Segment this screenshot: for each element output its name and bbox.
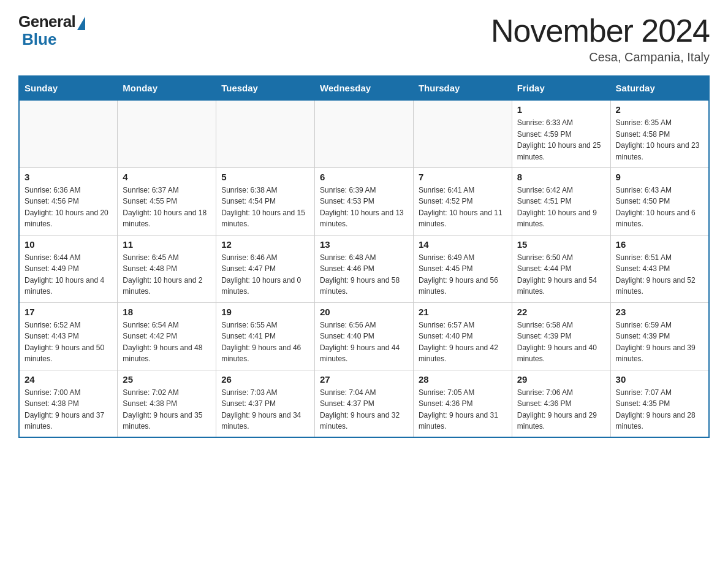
logo-blue-text: Blue <box>22 30 56 49</box>
calendar-cell: 29Sunrise: 7:06 AMSunset: 4:36 PMDayligh… <box>512 370 610 437</box>
calendar-cell: 6Sunrise: 6:39 AMSunset: 4:53 PMDaylight… <box>315 167 414 235</box>
calendar-cell: 16Sunrise: 6:51 AMSunset: 4:43 PMDayligh… <box>610 235 709 302</box>
day-number: 17 <box>25 307 112 317</box>
day-info: Sunrise: 7:07 AMSunset: 4:35 PMDaylight:… <box>616 387 703 432</box>
calendar-cell: 7Sunrise: 6:41 AMSunset: 4:52 PMDaylight… <box>413 167 512 235</box>
calendar-cell: 3Sunrise: 6:36 AMSunset: 4:56 PMDaylight… <box>19 167 118 235</box>
calendar-week-row: 17Sunrise: 6:52 AMSunset: 4:43 PMDayligh… <box>19 302 709 370</box>
day-header-wednesday: Wednesday <box>315 76 414 100</box>
day-info: Sunrise: 6:50 AMSunset: 4:44 PMDaylight:… <box>517 252 605 297</box>
day-number: 3 <box>25 172 112 182</box>
day-info: Sunrise: 6:33 AMSunset: 4:59 PMDaylight:… <box>517 117 605 163</box>
day-number: 4 <box>123 172 211 182</box>
day-header-saturday: Saturday <box>610 76 709 100</box>
day-info: Sunrise: 7:06 AMSunset: 4:36 PMDaylight:… <box>517 387 605 432</box>
day-number: 25 <box>123 374 211 385</box>
calendar-cell: 15Sunrise: 6:50 AMSunset: 4:44 PMDayligh… <box>512 235 610 302</box>
title-area: November 2024 Cesa, Campania, Italy <box>491 12 710 64</box>
day-info: Sunrise: 6:46 AMSunset: 4:47 PMDaylight:… <box>221 252 309 297</box>
day-number: 10 <box>25 239 112 250</box>
day-info: Sunrise: 6:52 AMSunset: 4:43 PMDaylight:… <box>25 320 112 365</box>
calendar-cell: 22Sunrise: 6:58 AMSunset: 4:39 PMDayligh… <box>512 302 610 370</box>
calendar-cell: 28Sunrise: 7:05 AMSunset: 4:36 PMDayligh… <box>413 370 512 437</box>
calendar-cell: 1Sunrise: 6:33 AMSunset: 4:59 PMDaylight… <box>512 100 610 167</box>
day-header-friday: Friday <box>512 76 610 100</box>
calendar-header-row: SundayMondayTuesdayWednesdayThursdayFrid… <box>19 76 709 100</box>
calendar-cell <box>413 100 512 167</box>
logo-general-text: General <box>18 12 75 31</box>
calendar-cell: 14Sunrise: 6:49 AMSunset: 4:45 PMDayligh… <box>413 235 512 302</box>
logo: General Blue <box>18 12 85 49</box>
calendar-cell: 5Sunrise: 6:38 AMSunset: 4:54 PMDaylight… <box>216 167 315 235</box>
day-number: 11 <box>123 239 211 250</box>
day-header-tuesday: Tuesday <box>216 76 315 100</box>
day-info: Sunrise: 7:00 AMSunset: 4:38 PMDaylight:… <box>25 387 112 432</box>
day-number: 28 <box>419 374 507 385</box>
calendar-week-row: 24Sunrise: 7:00 AMSunset: 4:38 PMDayligh… <box>19 370 709 437</box>
day-info: Sunrise: 6:49 AMSunset: 4:45 PMDaylight:… <box>419 252 507 297</box>
day-number: 23 <box>616 307 703 317</box>
day-info: Sunrise: 6:39 AMSunset: 4:53 PMDaylight:… <box>320 185 408 230</box>
calendar-cell: 23Sunrise: 6:59 AMSunset: 4:39 PMDayligh… <box>610 302 709 370</box>
day-info: Sunrise: 6:43 AMSunset: 4:50 PMDaylight:… <box>616 185 703 230</box>
calendar-week-row: 1Sunrise: 6:33 AMSunset: 4:59 PMDaylight… <box>19 100 709 167</box>
calendar-cell: 27Sunrise: 7:04 AMSunset: 4:37 PMDayligh… <box>315 370 414 437</box>
calendar-cell: 13Sunrise: 6:48 AMSunset: 4:46 PMDayligh… <box>315 235 414 302</box>
month-title: November 2024 <box>491 12 710 49</box>
day-number: 1 <box>517 104 605 115</box>
day-header-monday: Monday <box>118 76 216 100</box>
day-info: Sunrise: 6:45 AMSunset: 4:48 PMDaylight:… <box>123 252 211 297</box>
calendar-cell: 4Sunrise: 6:37 AMSunset: 4:55 PMDaylight… <box>118 167 216 235</box>
calendar-cell: 21Sunrise: 6:57 AMSunset: 4:40 PMDayligh… <box>413 302 512 370</box>
day-info: Sunrise: 7:02 AMSunset: 4:38 PMDaylight:… <box>123 387 211 432</box>
calendar-cell <box>315 100 414 167</box>
calendar-cell: 26Sunrise: 7:03 AMSunset: 4:37 PMDayligh… <box>216 370 315 437</box>
day-info: Sunrise: 6:56 AMSunset: 4:40 PMDaylight:… <box>320 320 408 365</box>
day-number: 12 <box>221 239 309 250</box>
calendar-cell: 10Sunrise: 6:44 AMSunset: 4:49 PMDayligh… <box>19 235 118 302</box>
day-number: 21 <box>419 307 507 317</box>
calendar-cell: 12Sunrise: 6:46 AMSunset: 4:47 PMDayligh… <box>216 235 315 302</box>
day-number: 29 <box>517 374 605 385</box>
day-info: Sunrise: 6:44 AMSunset: 4:49 PMDaylight:… <box>25 252 112 297</box>
day-number: 13 <box>320 239 408 250</box>
calendar-cell: 9Sunrise: 6:43 AMSunset: 4:50 PMDaylight… <box>610 167 709 235</box>
day-info: Sunrise: 6:48 AMSunset: 4:46 PMDaylight:… <box>320 252 408 297</box>
day-info: Sunrise: 6:42 AMSunset: 4:51 PMDaylight:… <box>517 185 605 230</box>
day-number: 30 <box>616 374 703 385</box>
calendar-cell: 11Sunrise: 6:45 AMSunset: 4:48 PMDayligh… <box>118 235 216 302</box>
day-number: 19 <box>221 307 309 317</box>
day-info: Sunrise: 6:58 AMSunset: 4:39 PMDaylight:… <box>517 320 605 365</box>
day-info: Sunrise: 6:55 AMSunset: 4:41 PMDaylight:… <box>221 320 309 365</box>
day-info: Sunrise: 6:36 AMSunset: 4:56 PMDaylight:… <box>25 185 112 230</box>
day-number: 5 <box>221 172 309 182</box>
day-number: 24 <box>25 374 112 385</box>
calendar-cell <box>118 100 216 167</box>
calendar-table: SundayMondayTuesdayWednesdayThursdayFrid… <box>18 75 710 438</box>
page-header: General Blue November 2024 Cesa, Campani… <box>18 12 710 64</box>
calendar-cell: 17Sunrise: 6:52 AMSunset: 4:43 PMDayligh… <box>19 302 118 370</box>
calendar-cell: 8Sunrise: 6:42 AMSunset: 4:51 PMDaylight… <box>512 167 610 235</box>
day-number: 7 <box>419 172 507 182</box>
day-info: Sunrise: 6:35 AMSunset: 4:58 PMDaylight:… <box>616 117 703 163</box>
day-number: 16 <box>616 239 703 250</box>
day-number: 6 <box>320 172 408 182</box>
day-number: 22 <box>517 307 605 317</box>
day-number: 14 <box>419 239 507 250</box>
calendar-cell: 20Sunrise: 6:56 AMSunset: 4:40 PMDayligh… <box>315 302 414 370</box>
day-info: Sunrise: 6:38 AMSunset: 4:54 PMDaylight:… <box>221 185 309 230</box>
calendar-week-row: 3Sunrise: 6:36 AMSunset: 4:56 PMDaylight… <box>19 167 709 235</box>
day-number: 15 <box>517 239 605 250</box>
day-number: 8 <box>517 172 605 182</box>
logo-triangle-icon <box>77 17 85 30</box>
day-header-thursday: Thursday <box>413 76 512 100</box>
day-info: Sunrise: 6:59 AMSunset: 4:39 PMDaylight:… <box>616 320 703 365</box>
calendar-week-row: 10Sunrise: 6:44 AMSunset: 4:49 PMDayligh… <box>19 235 709 302</box>
location-title: Cesa, Campania, Italy <box>491 50 710 64</box>
calendar-cell: 30Sunrise: 7:07 AMSunset: 4:35 PMDayligh… <box>610 370 709 437</box>
day-info: Sunrise: 6:54 AMSunset: 4:42 PMDaylight:… <box>123 320 211 365</box>
calendar-cell <box>19 100 118 167</box>
day-info: Sunrise: 6:41 AMSunset: 4:52 PMDaylight:… <box>419 185 507 230</box>
day-info: Sunrise: 7:03 AMSunset: 4:37 PMDaylight:… <box>221 387 309 432</box>
day-number: 27 <box>320 374 408 385</box>
